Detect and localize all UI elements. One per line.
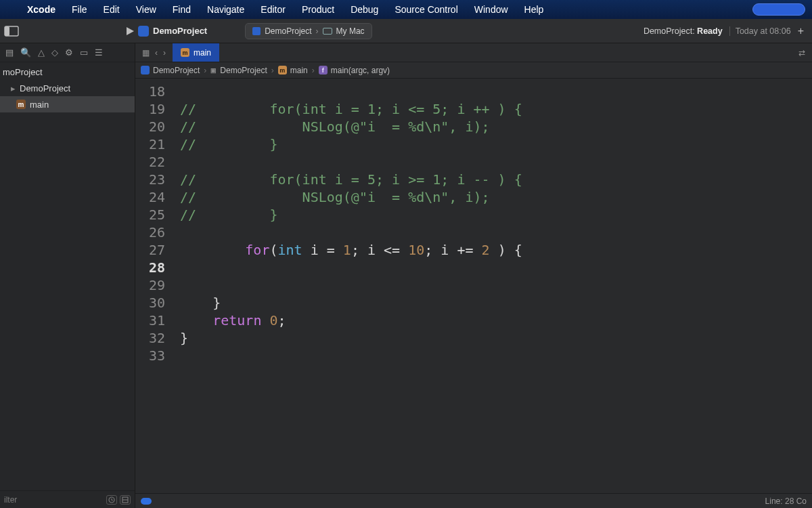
code-line[interactable]: // for(int i = 1; i <= 5; i ++ ) { <box>180 100 522 118</box>
editor-tab-label: main <box>194 48 211 58</box>
gutter-line-number[interactable]: 29 <box>135 276 172 294</box>
navigator-filter[interactable]: ilter <box>0 490 135 508</box>
nav-row-label: DemoProject <box>20 83 70 93</box>
build-status: DemoProject: Ready <box>644 26 723 36</box>
gutter-line-number[interactable]: 18 <box>135 83 172 100</box>
jumpbar-label: DemoProject <box>153 66 200 75</box>
nav-project-icon[interactable]: ▤ <box>5 47 14 58</box>
toolbar: DemoProject DemoProject › My Mac DemoPro… <box>0 19 812 43</box>
nav-row-label: moProject <box>3 67 43 77</box>
jumpbar-segment[interactable]: DemoProject <box>141 66 200 75</box>
cursor-position: Line: 28 Co <box>765 496 807 506</box>
menu-view[interactable]: View <box>128 4 164 15</box>
jumpbar-segment[interactable]: ▣DemoProject <box>210 66 267 75</box>
code-line[interactable]: // NSLog(@"i = %d\n", i); <box>180 118 490 135</box>
nav-reports-icon[interactable]: ☰ <box>95 47 103 58</box>
main-split: ▤ 🔍 △ ◇ ⚙ ▭ ☰ moProject▸DemoProjectmmain… <box>0 43 812 508</box>
add-editor-button[interactable]: + <box>798 25 804 37</box>
svg-marker-2 <box>127 27 134 35</box>
gutter-line-number[interactable]: 23 <box>135 171 172 188</box>
code-line[interactable]: // for(int i = 5; i >= 1; i -- ) { <box>180 171 522 188</box>
jumpbar-separator-icon: › <box>312 66 315 75</box>
code-line[interactable]: return 0; <box>180 312 286 329</box>
navigator-tree[interactable]: moProject▸DemoProjectmmain <box>0 62 135 490</box>
jumpbar-badge-icon: m <box>278 66 287 75</box>
jumpbar-segment[interactable]: mmain <box>278 66 308 75</box>
scheme-selector[interactable]: DemoProject › My Mac <box>245 23 371 39</box>
filter-scm-icon[interactable] <box>120 495 131 505</box>
code-line[interactable]: for(int i = 1; i <= 10; i += 2 ) { <box>180 241 522 259</box>
run-button[interactable] <box>125 26 135 37</box>
menu-file[interactable]: File <box>64 4 95 15</box>
jumpbar-badge-icon <box>141 66 150 75</box>
jumpbar-separator-icon: › <box>204 66 206 75</box>
file-m-badge-icon: m <box>181 48 189 57</box>
gutter-line-number[interactable]: 25 <box>135 206 172 224</box>
menu-edit[interactable]: Edit <box>95 4 128 15</box>
nav-back-icon[interactable]: ‹ <box>155 48 158 58</box>
menu-window[interactable]: Window <box>466 4 516 15</box>
jumpbar-label: DemoProject <box>220 66 267 75</box>
menu-navigate[interactable]: Navigate <box>199 4 252 15</box>
file-m-badge-icon: m <box>16 100 26 109</box>
jumpbar-label: main(argc, argv) <box>331 66 390 75</box>
menu-help[interactable]: Help <box>516 4 552 15</box>
toolbar-project[interactable]: DemoProject <box>138 26 207 37</box>
nav-row-label: main <box>30 100 49 110</box>
toggle-left-panel-icon[interactable] <box>4 26 19 37</box>
nav-debug-icon[interactable]: ⚙ <box>65 47 73 58</box>
gutter-line-number[interactable]: 21 <box>135 135 172 153</box>
nav-issues-icon[interactable]: △ <box>38 47 45 58</box>
code-line[interactable]: // } <box>180 206 278 224</box>
editor-options-icon[interactable]: ⇄ <box>798 48 805 58</box>
related-items-icon[interactable]: ▦ <box>142 48 150 58</box>
jumpbar-separator-icon: › <box>271 66 274 75</box>
debug-bubble-icon[interactable] <box>141 498 152 505</box>
code-line[interactable]: // } <box>180 135 278 153</box>
nav-row-demoproject[interactable]: ▸DemoProject <box>0 80 135 96</box>
filter-recent-icon[interactable] <box>106 495 117 505</box>
menu-source-control[interactable]: Source Control <box>386 4 466 15</box>
menu-editor[interactable]: Editor <box>252 4 294 15</box>
nav-search-icon[interactable]: 🔍 <box>20 47 31 58</box>
gutter-line-number[interactable]: 22 <box>135 153 172 171</box>
filter-text: ilter <box>4 495 17 505</box>
nav-row-moproject[interactable]: moProject <box>0 64 135 80</box>
menu-product[interactable]: Product <box>294 4 342 15</box>
gutter-line-number[interactable]: 19 <box>135 100 172 118</box>
nav-breakpoints-icon[interactable]: ▭ <box>80 47 88 58</box>
gutter-line-number[interactable]: 24 <box>135 188 172 206</box>
jumpbar-badge-icon: ▣ <box>210 66 217 75</box>
gutter-line-number[interactable]: 27 <box>135 241 172 259</box>
jump-bar[interactable]: DemoProject›▣DemoProject›mmain›fmain(arg… <box>135 62 812 79</box>
editor-tab-main[interactable]: m main <box>173 43 219 62</box>
editor-tab-bar: ▦ ‹ › m main ⇄ <box>135 43 812 62</box>
code-line[interactable]: } <box>180 294 221 312</box>
source-editor[interactable]: 1819// for(int i = 1; i <= 5; i ++ ) {20… <box>135 79 812 493</box>
menu-find[interactable]: Find <box>164 4 199 15</box>
menu-bar: Xcode File Edit View Find Navigate Edito… <box>0 0 812 19</box>
nav-forward-icon[interactable]: › <box>163 48 166 58</box>
nav-row-main[interactable]: mmain <box>0 96 135 112</box>
menubar-search[interactable] <box>752 3 805 16</box>
gutter-line-number[interactable]: 28 <box>135 259 172 276</box>
menu-debug[interactable]: Debug <box>342 4 386 15</box>
code-line[interactable]: } <box>180 329 188 347</box>
jumpbar-segment[interactable]: fmain(argc, argv) <box>319 66 390 75</box>
code-line[interactable]: // NSLog(@"i = %d\n", i); <box>180 188 490 206</box>
destination-name: My Mac <box>336 26 365 36</box>
gutter-line-number[interactable]: 20 <box>135 118 172 135</box>
app-badge-icon <box>138 26 149 37</box>
gutter-line-number[interactable]: 26 <box>135 224 172 241</box>
menu-xcode[interactable]: Xcode <box>19 4 64 15</box>
gutter-line-number[interactable]: 32 <box>135 329 172 347</box>
navigator: ▤ 🔍 △ ◇ ⚙ ▭ ☰ moProject▸DemoProjectmmain… <box>0 43 135 508</box>
toolbar-project-name: DemoProject <box>153 26 207 36</box>
disclosure-icon[interactable]: ▸ <box>11 83 16 93</box>
mac-icon <box>323 28 332 35</box>
nav-tests-icon[interactable]: ◇ <box>51 47 58 58</box>
gutter-line-number[interactable]: 30 <box>135 294 172 312</box>
gutter-line-number[interactable]: 33 <box>135 347 172 364</box>
gutter-line-number[interactable]: 31 <box>135 312 172 329</box>
navigator-selector-bar: ▤ 🔍 △ ◇ ⚙ ▭ ☰ <box>0 43 135 62</box>
